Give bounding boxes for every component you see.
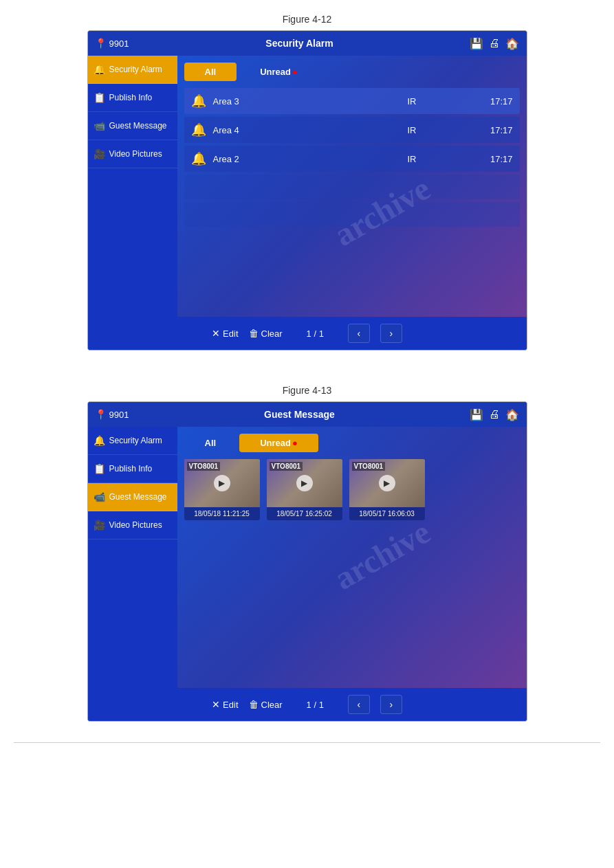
unread-dot-1: ●	[292, 67, 298, 77]
sidebar-label-guest-2: Guest Message	[109, 492, 167, 502]
tab-all-1[interactable]: All	[184, 63, 237, 81]
sidebar-item-guest-message-2[interactable]: 📹 Guest Message	[88, 483, 177, 511]
edit-x-icon-2: ✕	[212, 699, 220, 710]
thumb-card-3[interactable]: VTO8001 ▶ 18/05/17 16:06:03	[349, 459, 425, 520]
tab-all-2[interactable]: All	[184, 434, 237, 452]
thumb-time-2: 18/05/17 16:25:02	[267, 507, 342, 520]
sidebar-label-publish-2: Publish Info	[109, 464, 153, 474]
pictures-icon-1: 🎥	[94, 148, 105, 159]
panel-1: 📍 9901 Security Alarm 💾 🖨 🏠 🔔 Security A…	[87, 30, 527, 350]
edit-button-2[interactable]: ✕ Edit	[212, 699, 238, 710]
alarm-time-2: 17:17	[479, 125, 513, 135]
alarm-icon-2: 🔔	[94, 435, 105, 446]
thumb-play-1[interactable]: ▶	[214, 475, 230, 491]
thumbnail-grid: VTO8001 ▶ 18/05/18 11:21:25 VTO8001 ▶ 18…	[184, 459, 520, 520]
sidebar-item-publish-info-2[interactable]: 📋 Publish Info	[88, 455, 177, 483]
alarm-area-1: Area 3	[213, 96, 346, 107]
thumb-image-1: VTO8001 ▶	[184, 459, 260, 507]
tab-unread-2[interactable]: Unread●	[239, 434, 318, 452]
panel-footer-2: ✕ Edit 🗑 Clear 1 / 1 ‹ ›	[88, 688, 527, 721]
alarm-row-3[interactable]: 🔔 Area 2 IR 17:17	[184, 146, 520, 172]
publish-icon-2: 📋	[94, 463, 105, 474]
print-icon-1[interactable]: 🖨	[489, 37, 500, 49]
panel-2: 📍 9901 Guest Message 💾 🖨 🏠 🔔 Security Al…	[87, 401, 527, 722]
thumb-play-2[interactable]: ▶	[296, 475, 313, 491]
header-title-2: Guest Message	[264, 409, 335, 420]
tab-unread-label-2: Unread	[260, 438, 291, 448]
edit-label-1: Edit	[223, 329, 238, 339]
thumb-time-1: 18/05/18 11:21:25	[184, 507, 260, 520]
alarm-bell-3: 🔔	[191, 151, 206, 166]
unread-dot-2: ●	[292, 438, 298, 448]
header-icons-2: 💾 🖨 🏠	[470, 408, 519, 421]
home-icon-1[interactable]: 🏠	[505, 37, 519, 50]
sidebar-item-video-pictures-1[interactable]: 🎥 Video Pictures	[88, 140, 177, 168]
sidebar-2: 🔔 Security Alarm 📋 Publish Info 📹 Guest …	[88, 427, 177, 688]
tabs-1: All Unread●	[184, 63, 520, 81]
panel-body-1: 🔔 Security Alarm 📋 Publish Info 📹 Guest …	[88, 56, 527, 317]
sidebar-label-video-1: Video Pictures	[109, 149, 162, 159]
trash-icon-2: 🗑	[249, 699, 259, 710]
thumb-vto-label-2: VTO8001	[270, 462, 303, 471]
thumb-play-3[interactable]: ▶	[379, 475, 395, 491]
sidebar-item-security-alarm-2[interactable]: 🔔 Security Alarm	[88, 427, 177, 455]
panel-footer-1: ✕ Edit 🗑 Clear 1 / 1 ‹ ›	[88, 317, 527, 350]
sidebar-label-security-2: Security Alarm	[109, 436, 162, 445]
address-label-1: 9901	[109, 38, 129, 49]
edit-button-1[interactable]: ✕ Edit	[212, 328, 238, 339]
header-address-2: 📍 9901	[95, 409, 129, 420]
alarm-row-5	[184, 202, 520, 227]
thumb-image-2: VTO8001 ▶	[267, 459, 342, 507]
camera-icon-1: 📹	[94, 120, 105, 131]
header-title-1: Security Alarm	[265, 38, 333, 49]
location-pin-icon-2: 📍	[95, 409, 107, 420]
thumb-time-3: 18/05/17 16:06:03	[349, 507, 425, 520]
sidebar-item-guest-message-1[interactable]: 📹 Guest Message	[88, 112, 177, 140]
alarm-bell-2: 🔔	[191, 122, 206, 137]
alarm-list-1: 🔔 Area 3 IR 17:17 🔔 Area 4 IR 17:17 🔔 Ar…	[184, 88, 520, 227]
panel-header-2: 📍 9901 Guest Message 💾 🖨 🏠	[88, 402, 527, 427]
publish-icon-1: 📋	[94, 92, 105, 103]
sidebar-1: 🔔 Security Alarm 📋 Publish Info 📹 Guest …	[88, 56, 177, 317]
next-btn-1[interactable]: ›	[380, 324, 402, 343]
main-content-1: All Unread● 🔔 Area 3 IR 17:17 🔔	[177, 56, 527, 317]
trash-icon-1: 🗑	[249, 328, 259, 339]
prev-btn-1[interactable]: ‹	[348, 324, 370, 343]
panel-header-1: 📍 9901 Security Alarm 💾 🖨 🏠	[88, 31, 527, 56]
alarm-time-1: 17:17	[479, 96, 513, 107]
alarm-icon-active-1: 🔔	[94, 64, 105, 75]
save-icon-2[interactable]: 💾	[470, 408, 483, 421]
print-icon-2[interactable]: 🖨	[489, 408, 500, 421]
thumb-card-2[interactable]: VTO8001 ▶ 18/05/17 16:25:02	[267, 459, 342, 520]
save-icon-1[interactable]: 💾	[470, 37, 483, 50]
home-icon-2[interactable]: 🏠	[505, 408, 519, 421]
alarm-type-2: IR	[346, 125, 479, 135]
alarm-row-2[interactable]: 🔔 Area 4 IR 17:17	[184, 117, 520, 143]
address-label-2: 9901	[109, 410, 129, 420]
tab-unread-label-1: Unread	[260, 67, 291, 77]
sidebar-item-publish-info-1[interactable]: 📋 Publish Info	[88, 84, 177, 112]
camera-icon-active-2: 📹	[94, 491, 105, 502]
prev-btn-2[interactable]: ‹	[348, 695, 370, 714]
alarm-row-1[interactable]: 🔔 Area 3 IR 17:17	[184, 88, 520, 114]
figure-label-1: Figure 4-12	[14, 14, 600, 25]
alarm-area-2: Area 4	[213, 125, 346, 135]
edit-label-2: Edit	[223, 700, 238, 710]
clear-button-1[interactable]: 🗑 Clear	[249, 328, 283, 339]
thumb-vto-label-3: VTO8001	[352, 462, 386, 471]
thumb-card-1[interactable]: VTO8001 ▶ 18/05/18 11:21:25	[184, 459, 260, 520]
alarm-type-3: IR	[346, 154, 479, 164]
next-btn-2[interactable]: ›	[380, 695, 402, 714]
sidebar-item-security-alarm-1[interactable]: 🔔 Security Alarm	[88, 56, 177, 84]
edit-x-icon-1: ✕	[212, 328, 220, 339]
tab-unread-1[interactable]: Unread●	[239, 63, 318, 81]
header-icons-1: 💾 🖨 🏠	[470, 37, 519, 50]
sidebar-label-publish-1: Publish Info	[109, 93, 153, 102]
alarm-type-1: IR	[346, 96, 479, 107]
page-info-1: 1 / 1	[307, 329, 324, 339]
thumb-vto-label-1: VTO8001	[187, 462, 221, 471]
pictures-icon-2: 🎥	[94, 520, 105, 531]
panel-body-2: 🔔 Security Alarm 📋 Publish Info 📹 Guest …	[88, 427, 527, 688]
sidebar-item-video-pictures-2[interactable]: 🎥 Video Pictures	[88, 511, 177, 539]
clear-button-2[interactable]: 🗑 Clear	[249, 699, 283, 710]
